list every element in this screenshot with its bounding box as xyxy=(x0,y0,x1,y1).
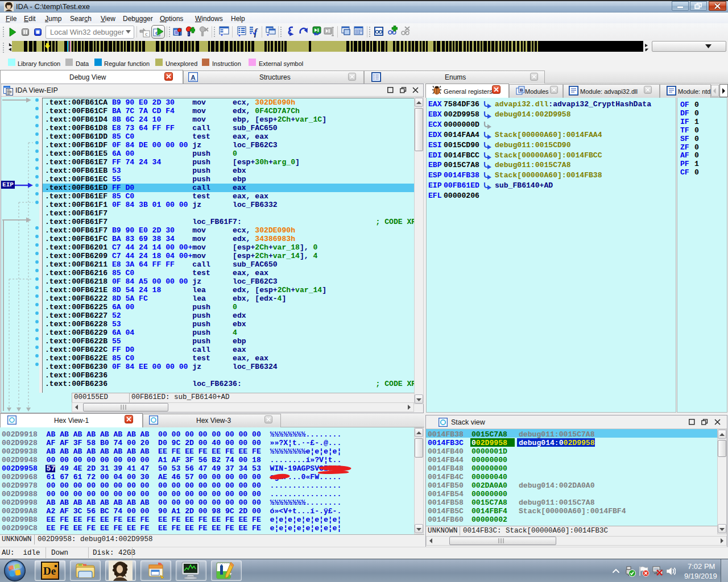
svg-text:f: f xyxy=(254,27,258,38)
svg-text:A: A xyxy=(191,74,196,81)
svg-text:De: De xyxy=(43,565,56,577)
svg-text:B: B xyxy=(520,88,523,93)
svg-text:c: c xyxy=(145,31,148,37)
